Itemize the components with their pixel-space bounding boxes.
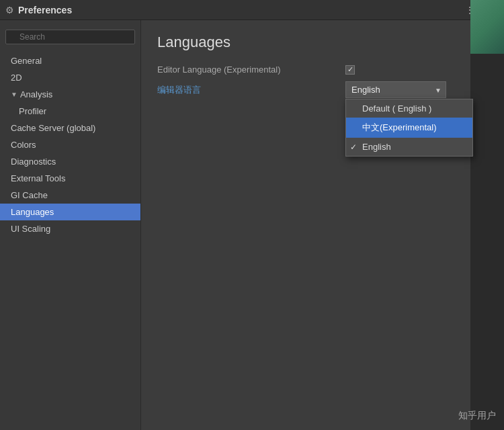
sidebar-item-ui-scaling[interactable]: UI Scaling: [0, 220, 140, 237]
sidebar-label-ui-scaling: UI Scaling: [11, 224, 50, 234]
sidebar-item-profiler[interactable]: Profiler: [0, 103, 140, 120]
dropdown-item-default-label: Default ( English ): [362, 103, 431, 114]
sidebar-label-languages: Languages: [11, 207, 54, 217]
sidebar-item-analysis[interactable]: ▼ Analysis: [0, 86, 140, 103]
chevron-down-icon: ▼: [435, 86, 442, 93]
sidebar-item-gi-cache[interactable]: GI Cache: [0, 187, 140, 204]
sidebar-label-cache-server: Cache Server (global): [11, 123, 95, 133]
content-area: Languages Editor Language (Experimental)…: [141, 20, 504, 430]
sidebar-label-colors: Colors: [11, 140, 36, 150]
language-link-row: 编辑器语言 English ▼ Default ( English ) 中文(E…: [157, 81, 488, 98]
right-panel: [470, 0, 504, 430]
search-wrapper: 🔍: [5, 30, 135, 44]
language-dropdown-wrapper: English ▼ Default ( English ) 中文(Experim…: [345, 81, 446, 98]
language-dropdown-button[interactable]: English ▼: [345, 81, 446, 98]
search-input[interactable]: [5, 30, 135, 44]
sidebar-item-2d[interactable]: 2D: [0, 69, 140, 86]
sidebar-item-languages[interactable]: Languages: [0, 204, 140, 220]
editor-language-label: Editor Language (Experimental): [157, 64, 345, 75]
sidebar-item-cache-server[interactable]: Cache Server (global): [0, 120, 140, 136]
dropdown-item-english[interactable]: ✓ English: [346, 138, 472, 156]
page-title: Languages: [157, 34, 488, 51]
sidebar-item-colors[interactable]: Colors: [0, 136, 140, 153]
dropdown-item-default[interactable]: Default ( English ): [346, 99, 472, 118]
sidebar-label-profiler: Profiler: [19, 106, 46, 116]
dropdown-item-chinese[interactable]: 中文(Experimental): [346, 118, 472, 138]
main-container: 🔍 General 2D ▼ Analysis Profiler Cache S…: [0, 20, 504, 430]
search-bar-wrapper: 🔍: [0, 27, 140, 47]
sidebar-label-external-tools: External Tools: [11, 173, 65, 183]
preferences-icon: ⚙: [5, 5, 14, 15]
editor-language-checkbox[interactable]: [345, 65, 355, 75]
language-link[interactable]: 编辑器语言: [157, 85, 201, 95]
right-panel-top: [470, 0, 504, 54]
dropdown-selected-value: English: [351, 85, 380, 95]
dropdown-item-chinese-label: 中文(Experimental): [362, 122, 437, 134]
sidebar-label-analysis: Analysis: [20, 89, 52, 99]
sidebar-item-external-tools[interactable]: External Tools: [0, 170, 140, 187]
sidebar-item-diagnostics[interactable]: Diagnostics: [0, 153, 140, 170]
sidebar-label-2d: 2D: [11, 73, 22, 83]
title-bar: ⚙ Preferences ⋮ □ ✕: [0, 0, 504, 20]
editor-language-row: Editor Language (Experimental): [157, 64, 488, 75]
dropdown-item-english-label: English: [362, 142, 391, 152]
language-dropdown-menu: Default ( English ) 中文(Experimental) ✓ E…: [345, 99, 473, 157]
sidebar-label-diagnostics: Diagnostics: [11, 157, 56, 167]
window-title: Preferences: [18, 5, 72, 15]
arrow-icon-analysis: ▼: [11, 91, 17, 98]
sidebar-label-general: General: [11, 56, 42, 66]
sidebar-label-gi-cache: GI Cache: [11, 190, 48, 200]
sidebar: 🔍 General 2D ▼ Analysis Profiler Cache S…: [0, 20, 141, 430]
checkmark-icon: ✓: [350, 142, 357, 152]
watermark: 知乎用户: [458, 410, 496, 422]
sidebar-item-general[interactable]: General: [0, 52, 140, 69]
